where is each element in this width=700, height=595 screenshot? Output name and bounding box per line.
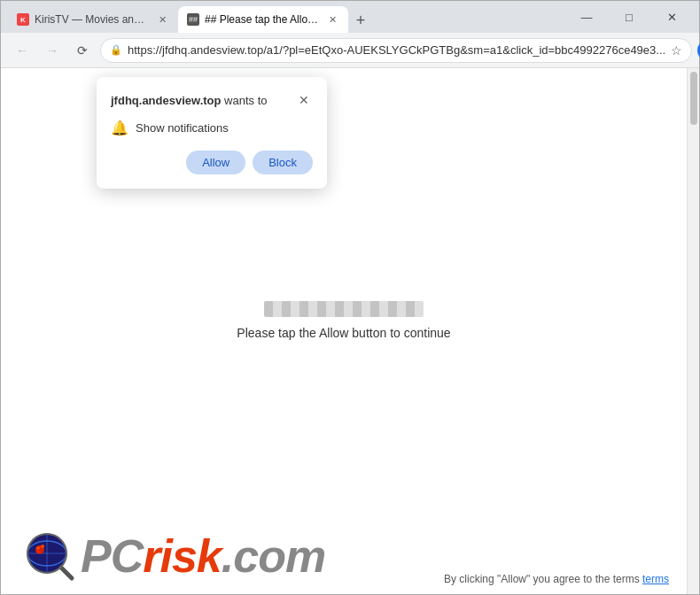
pcrisk-logo-area: PC risk .com	[19, 525, 325, 587]
tab1-close-button[interactable]: ✕	[155, 12, 169, 27]
title-bar: K KirisTV — Movies and Series D... ✕ ## …	[1, 1, 699, 33]
tab1-favicon: K	[17, 13, 29, 26]
minimize-button[interactable]: —	[566, 1, 607, 33]
tab2-title: ## Please tap the Allow button...	[205, 13, 320, 26]
browser-frame: K KirisTV — Movies and Series D... ✕ ## …	[0, 0, 700, 595]
risk-text: risk	[143, 533, 222, 579]
tab-active[interactable]: ## ## Please tap the Allow button... ✕	[178, 6, 348, 33]
notification-label: Show notifications	[136, 121, 229, 135]
popup-notification-row: 🔔 Show notifications	[111, 120, 313, 136]
pcrisk-logo-icon	[19, 525, 81, 587]
svg-line-12	[61, 568, 72, 578]
popup-header: jfdhq.andesview.top wants to ✕	[111, 91, 313, 109]
tab2-favicon: ##	[187, 13, 199, 26]
new-tab-button[interactable]: +	[348, 8, 373, 33]
address-text: https://jfdhq.andesview.top/a1/?pl=eEtQx…	[128, 43, 665, 57]
svg-text:K: K	[20, 16, 26, 24]
progress-text: Please tap the Allow button to continue	[237, 326, 450, 340]
block-button[interactable]: Block	[253, 151, 313, 174]
tab1-title: KirisTV — Movies and Series D...	[35, 13, 150, 26]
scrollbar-thumb[interactable]	[690, 72, 697, 125]
close-button[interactable]: ✕	[651, 1, 692, 33]
dotcom-text: .com	[222, 533, 325, 579]
popup-buttons: Allow Block	[111, 151, 313, 174]
bottom-disclaimer: By clicking "Allow" you agree to the ter…	[444, 573, 669, 585]
tab-bar: K KirisTV — Movies and Series D... ✕ ## …	[8, 1, 563, 33]
tab-kiristv[interactable]: K KirisTV — Movies and Series D... ✕	[8, 6, 178, 33]
address-input[interactable]: 🔒 https://jfdhq.andesview.top/a1/?pl=eEt…	[100, 38, 692, 63]
pcrisk-text: PC risk .com	[81, 533, 325, 579]
page-content: jfdhq.andesview.top wants to ✕ 🔔 Show no…	[1, 68, 687, 594]
maximize-button[interactable]: □	[609, 1, 649, 33]
allow-button[interactable]: Allow	[186, 151, 245, 174]
bell-icon: 🔔	[111, 120, 128, 136]
back-button[interactable]: ←	[10, 38, 35, 63]
scrollbar[interactable]	[687, 68, 699, 594]
lock-icon: 🔒	[110, 44, 122, 56]
progress-bar	[264, 301, 424, 317]
progress-area: Please tap the Allow button to continue	[237, 301, 450, 340]
bookmark-icon[interactable]: ☆	[671, 43, 682, 58]
svg-point-10	[41, 545, 44, 548]
disclaimer-text: By clicking "Allow" you agree to the ter…	[444, 573, 640, 585]
window-controls: — □ ✕	[566, 1, 692, 33]
reload-button[interactable]: ⟳	[70, 38, 95, 63]
terms-link[interactable]: terms	[642, 573, 669, 585]
pc-text: PC	[81, 533, 143, 579]
popup-wants-to: wants to	[224, 94, 267, 107]
popup-title: jfdhq.andesview.top wants to	[111, 94, 268, 107]
popup-close-button[interactable]: ✕	[295, 91, 313, 109]
svg-point-11	[37, 551, 40, 553]
address-bar: ← → ⟳ 🔒 https://jfdhq.andesview.top/a1/?…	[1, 33, 699, 68]
page-area: jfdhq.andesview.top wants to ✕ 🔔 Show no…	[1, 68, 699, 594]
popup-site: jfdhq.andesview.top	[111, 94, 221, 107]
notification-popup: jfdhq.andesview.top wants to ✕ 🔔 Show no…	[97, 77, 327, 189]
tab2-close-button[interactable]: ✕	[325, 12, 339, 27]
forward-button[interactable]: →	[40, 38, 65, 63]
svg-point-9	[36, 546, 40, 550]
